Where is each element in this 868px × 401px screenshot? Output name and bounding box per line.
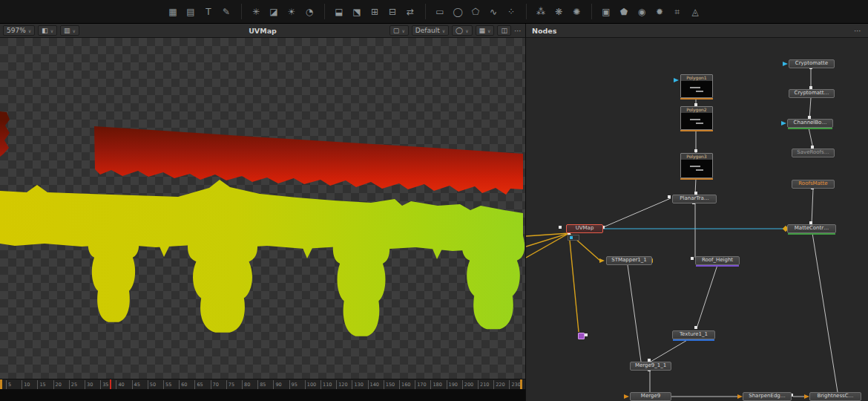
node-roofsmatte[interactable]: RoofsMatte [792, 180, 835, 189]
node-saveroofs[interactable]: SaveRoofs… [792, 149, 835, 157]
nodes-options-button[interactable]: ⋯ [854, 27, 862, 35]
polygon-mask-icon[interactable]: ⬠ [468, 4, 484, 19]
viewer-mode-select[interactable]: ▢ ∨ [389, 25, 409, 36]
node-port[interactable] [585, 333, 588, 336]
viewer-options-button[interactable]: ⋯ [514, 27, 522, 35]
node-channelbo[interactable]: ChannelBo… [787, 119, 833, 128]
lut-select[interactable]: Default ∨ [412, 25, 449, 36]
node-port[interactable] [694, 326, 697, 329]
wire [697, 265, 717, 328]
node-label: Polygon3 [681, 154, 712, 160]
ruler-tick: 35 [100, 380, 108, 389]
color-corrector-icon[interactable]: ✳ [249, 4, 264, 19]
particle-render-icon[interactable]: ✺ [569, 4, 585, 19]
renderer-3d-icon[interactable]: ◬ [688, 4, 703, 19]
ruler-tick: 75 [226, 380, 234, 389]
split-view-button[interactable]: ◫ [497, 25, 511, 36]
light-3d-icon[interactable]: ✹ [652, 4, 668, 19]
ruler-tick: 220 [493, 380, 504, 389]
texture-3d-icon[interactable]: ◉ [634, 4, 650, 19]
input-arrow-icon[interactable] [599, 258, 605, 263]
node-merge9[interactable]: Merge9 [630, 392, 671, 401]
node-color-bar [680, 178, 713, 180]
node-stmapper11[interactable]: STMapper1_1 [606, 256, 652, 265]
node-roofheight[interactable]: Roof_Height [695, 256, 740, 265]
node-piperouter[interactable] [578, 333, 585, 339]
node-mattecontr[interactable]: MatteContr… [787, 224, 836, 233]
rectangle-mask-icon[interactable]: ▭ [433, 4, 448, 19]
blur-icon[interactable]: ⬓ [332, 4, 347, 19]
input-arrow-icon[interactable] [624, 394, 629, 399]
transform-icon[interactable]: ⇄ [403, 4, 418, 19]
ruler-tick: 70 [211, 380, 219, 389]
brightness-contrast-icon[interactable]: ☀ [284, 4, 300, 19]
view-indicator-icon[interactable] [783, 62, 788, 66]
ruler-tick: 60 [179, 380, 187, 389]
zoom-select[interactable]: 597% ∨ [3, 25, 35, 36]
ruler-tick: 85 [257, 380, 266, 389]
mediain-icon[interactable]: ▤ [183, 4, 199, 19]
wire [526, 233, 569, 258]
viewer-mode-icon: ▢ [393, 27, 400, 34]
background-icon[interactable]: ▦ [165, 4, 181, 19]
bspline-mask-icon[interactable]: ∿ [486, 4, 502, 19]
text-icon[interactable]: T [201, 4, 217, 19]
playhead[interactable] [110, 379, 111, 389]
toolbar-group: ▣⬟◉✹⌗◬ [591, 4, 710, 19]
node-port[interactable] [668, 195, 671, 198]
ruler-tick: 230 [509, 380, 520, 389]
channel-select[interactable]: ◧ ∨ [38, 25, 57, 36]
node-merge911[interactable]: Merge9_1_1 [630, 362, 671, 371]
ruler-tick: 50 [148, 380, 156, 389]
sharpen-icon[interactable]: ⬔ [349, 4, 365, 19]
thumbnail-preview [696, 123, 703, 124]
node-color-bar [673, 339, 714, 341]
node-port[interactable] [559, 226, 562, 229]
range-end-marker [520, 379, 522, 389]
node-uvmap[interactable]: UVMap [566, 224, 603, 233]
hue-curves-icon[interactable]: ◔ [302, 4, 318, 19]
magic-mask-icon[interactable]: ⁘ [504, 4, 519, 19]
node-color-bar [680, 130, 713, 131]
shape-3d-icon[interactable]: ⬟ [617, 4, 632, 19]
ruler-tick: 30 [85, 380, 93, 389]
view-indicator-icon[interactable] [781, 121, 786, 125]
range-start-marker [0, 379, 2, 389]
toolbar-group: ✳◪☀◔ [241, 4, 324, 19]
ellipse-mask-icon[interactable]: ◯ [450, 4, 466, 19]
input-arrow-icon[interactable] [737, 394, 743, 399]
ruler-tick: 110 [320, 380, 332, 389]
node-polygon1[interactable]: Polygon1 [680, 74, 713, 98]
camera-3d-icon[interactable]: ⌗ [670, 4, 685, 19]
color-controls-select[interactable]: ◯ ∨ [452, 25, 472, 36]
viewer1-dot[interactable] [570, 236, 573, 239]
buffer-select[interactable]: ▥ ∨ [60, 25, 79, 36]
node-polygon2[interactable]: Polygon2 [680, 106, 713, 130]
node-cryptomatte[interactable]: Cryptomatte [789, 59, 835, 68]
particle-emitter-icon[interactable]: ⁂ [533, 4, 549, 19]
node-editor[interactable]: Polygon1Polygon2Polygon3PlanarTra…UVMapS… [525, 38, 868, 401]
node-polygon3[interactable]: Polygon3 [680, 153, 713, 178]
paint-icon[interactable]: ✎ [219, 4, 234, 19]
input-arrow-icon[interactable] [804, 394, 809, 399]
view-dot-tray[interactable] [568, 235, 579, 241]
node-brightnessc[interactable]: BrightnessC… [809, 392, 861, 401]
node-cryptomatt[interactable]: Cryptomatt… [789, 89, 835, 98]
channel-booleans-icon[interactable]: ⊞ [367, 4, 383, 19]
grid-select[interactable]: ▦ ∨ [476, 25, 495, 36]
node-planartra[interactable]: PlanarTra… [672, 195, 717, 203]
viewer-canvas[interactable] [0, 38, 525, 379]
view-indicator-icon[interactable] [674, 78, 679, 82]
particle-merge-icon[interactable]: ❋ [551, 4, 567, 19]
matte-control-icon[interactable]: ⊟ [385, 4, 401, 19]
viewer-toolbar: 597% ∨ ◧ ∨ ▥ ∨ UVMap ▢ ∨ Default ∨ ◯ ∨ ▦… [0, 24, 525, 38]
node-port[interactable] [691, 257, 694, 260]
image-plane-3d-icon[interactable]: ▣ [599, 4, 614, 19]
node-port[interactable] [694, 149, 697, 152]
node-sharpenedg[interactable]: SharpenEdg… [743, 392, 792, 401]
frame-ruler[interactable]: 5101520253035404550556065707580859095100… [0, 379, 525, 389]
ruler-tick: 40 [116, 380, 124, 389]
color-curves-icon[interactable]: ◪ [266, 4, 282, 19]
node-texture11[interactable]: Texture1_1 [672, 330, 715, 339]
nodes-panel-header: Nodes ⋯ [525, 24, 868, 38]
